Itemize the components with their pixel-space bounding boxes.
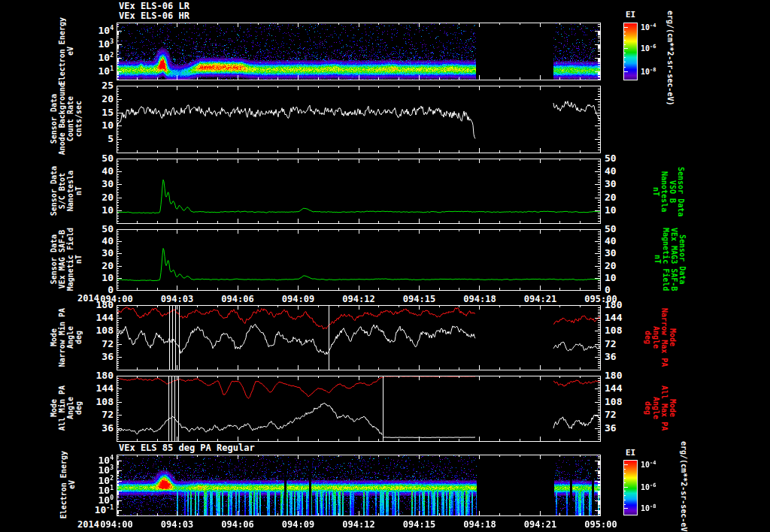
ylabel-line: Mode xyxy=(668,328,677,346)
ylabel-line: Mode xyxy=(50,399,58,417)
ylabel-line: Anode Background xyxy=(58,83,66,155)
ylabel-line: Sensor Data xyxy=(50,166,58,216)
panel6-right-label: Mode All Max PA Angle deg xyxy=(636,374,684,442)
y-tick-label-right: 50 xyxy=(605,153,635,164)
y-tick-label: 180 xyxy=(80,299,114,310)
colorbar-title: EI xyxy=(623,448,638,458)
y-tick-label: 40 xyxy=(80,165,114,177)
y-tick-label: 30 xyxy=(80,247,114,258)
y-tick-label: 36 xyxy=(80,422,114,434)
ylabel-line: nT xyxy=(652,187,660,196)
panel4-right-label: Sensor Data VEx MAG3 SAF-B Magnetic Fiel… xyxy=(639,228,701,292)
narrow-pa-plot xyxy=(117,305,601,370)
ylabel-line: Magnetic Field xyxy=(662,228,670,291)
ylabel-line: Sensor Data xyxy=(50,234,58,284)
y-tick-label-right: 108 xyxy=(605,325,635,336)
y-tick-label: 144 xyxy=(80,382,114,394)
y-tick-label-right: 72 xyxy=(605,409,635,420)
x-tick-label: 094:00 xyxy=(94,519,139,530)
y-tick-label: 102 xyxy=(80,52,114,63)
x-tick-label: 094:18 xyxy=(457,294,502,304)
colorbar-unit-text: erg/(cm**2-sr-sec-eV) xyxy=(666,11,675,105)
x-tick-label: 094:21 xyxy=(518,519,563,530)
x-tick-label: 094:18 xyxy=(457,519,502,530)
y-tick-label: 20 xyxy=(80,260,114,271)
y-tick-label: 72 xyxy=(80,338,114,349)
colorbar-bottom xyxy=(623,460,638,515)
ylabel-line: Angle xyxy=(652,326,660,349)
y-tick-label: 144 xyxy=(80,312,114,323)
y-tick-label-right: 144 xyxy=(605,382,635,394)
ylabel-line: eV xyxy=(68,480,76,489)
ylabel-line: Electron Energy xyxy=(59,451,68,518)
x-tick-label: 094:12 xyxy=(336,519,381,530)
panel1-title-line2: VEx ELS-06 HR xyxy=(119,11,189,21)
ylabel-line: Nanotesla xyxy=(660,171,668,212)
y-tick-label: 20 xyxy=(80,192,114,203)
panel7-title: VEx ELS 85 deg PA Regular xyxy=(119,443,255,453)
colorbar-title: EI xyxy=(623,10,638,20)
ylabel-line: Narrow Max PA xyxy=(660,308,668,367)
y-tick-label-right: 50 xyxy=(605,223,635,234)
y-tick-label: 50 xyxy=(80,153,114,164)
ylabel-line: VEx MAG SAF-B xyxy=(58,230,66,289)
y-tick-label-right: 30 xyxy=(605,178,635,189)
y-tick-label-right: 108 xyxy=(605,396,635,407)
y-tick-label: 20 xyxy=(80,93,114,104)
ylabel-line: Nanotesla xyxy=(66,171,74,211)
y-tick-label: 102 xyxy=(80,475,114,486)
y-tick-label: 180 xyxy=(80,370,114,381)
y-tick-label: 10 xyxy=(80,272,114,283)
ylabel-line: deg xyxy=(644,331,652,344)
y-tick-label-right: 40 xyxy=(605,235,635,246)
y-tick-label: 100 xyxy=(80,494,114,506)
vex-quicklook-plot: VEx ELS-06 LRVEx ELS-06 HR VEx ELS 85 de… xyxy=(0,0,770,532)
y-tick-label-right: 30 xyxy=(605,247,635,258)
panel1-title-line1: VEx ELS-06 LR xyxy=(119,1,189,11)
y-tick-label: 5 xyxy=(80,133,114,144)
ylabel-line: Mode xyxy=(668,399,677,417)
colorbar-tick-label: 10-8 xyxy=(641,503,656,512)
ylabel-line: deg xyxy=(644,401,652,415)
x-tick-label: 094:12 xyxy=(336,294,381,304)
vex-mag-field-plot xyxy=(117,229,601,291)
y-tick-label: 36 xyxy=(80,351,114,362)
ylabel-line: Count Rate xyxy=(66,96,74,141)
panel5-right-label: Mode Narrow Max PA Angle deg xyxy=(636,304,684,371)
ylabel-line: Sensor Data xyxy=(678,234,687,284)
y-tick-label-right: 20 xyxy=(605,260,635,271)
y-tick-label: 50 xyxy=(80,223,114,234)
y-tick-label: 30 xyxy=(80,178,114,189)
y-tick-label-right: 72 xyxy=(605,338,635,349)
colorbar-tick-label: 10-6 xyxy=(641,44,656,53)
y-tick-label: 25 xyxy=(80,80,114,91)
y-tick-label: 104 xyxy=(80,25,114,36)
x-tick-label: 095:00 xyxy=(578,519,623,530)
ylabel-line: Sensor Data xyxy=(50,94,58,144)
y-tick-label: 10 xyxy=(80,204,114,216)
els-lr-hr-spectrogram xyxy=(117,23,601,80)
y-tick-label-right: 144 xyxy=(605,312,635,323)
colorbar-tick-label: 10-6 xyxy=(641,482,656,491)
y-tick-label-right: 10 xyxy=(605,272,635,283)
x-tick-label: 094:03 xyxy=(155,294,200,304)
y-tick-label: 10 xyxy=(80,119,114,131)
x-tick-label: 094:09 xyxy=(276,294,321,304)
x-tick-label: 094:06 xyxy=(215,294,260,304)
ylabel-line: All Min PA xyxy=(58,385,66,431)
colorbar-tick-label: 10-4 xyxy=(641,460,656,469)
x-tick-label: 094:21 xyxy=(518,294,563,304)
y-tick-label: 108 xyxy=(80,396,114,407)
ylabel-line: Angle xyxy=(652,397,660,419)
y-tick-label: 101 xyxy=(80,65,114,77)
colorbar-tick-label: 10-8 xyxy=(641,67,656,76)
ylabel-line: Mode xyxy=(50,328,58,346)
ylabel-line: Angle xyxy=(66,397,74,419)
ylabel-line: VSO B xyxy=(668,180,677,203)
y-tick-label-right: 36 xyxy=(605,351,635,362)
y-tick-label: 103 xyxy=(80,38,114,50)
ylabel-line: Magnetic Field xyxy=(66,228,74,291)
y-tick-label-right: 180 xyxy=(605,370,635,381)
ylabel-line: All Max PA xyxy=(660,385,668,431)
panel7-colorbar-unit: erg/(cm**2-sr-sec-eV) xyxy=(678,446,689,531)
